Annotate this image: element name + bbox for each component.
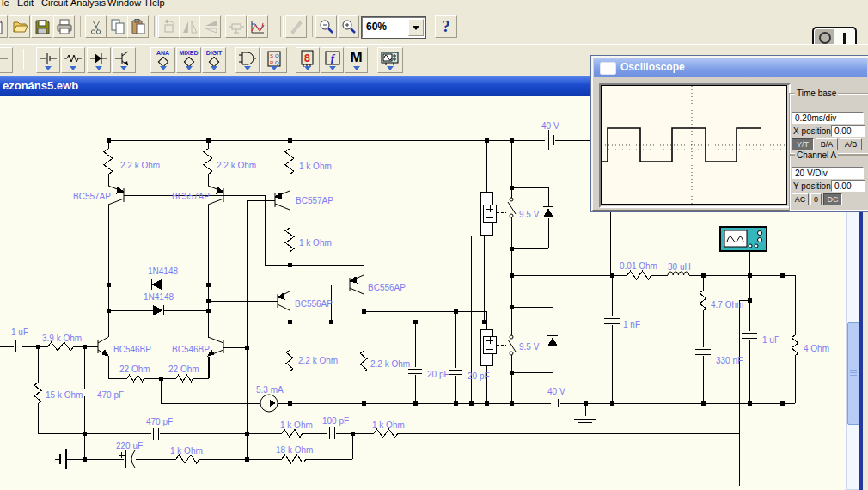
current-source-5-3ma[interactable] xyxy=(260,395,278,412)
ana-label: ANA xyxy=(156,50,169,57)
menu-file[interactable]: le xyxy=(2,0,9,9)
paste-button[interactable] xyxy=(127,15,149,38)
zoom-in-button[interactable] xyxy=(338,15,359,38)
channel-a-scale-field[interactable]: 20 V/Div xyxy=(792,167,864,179)
chevron-down-icon[interactable] xyxy=(408,19,424,36)
analog-ic-bin-button[interactable]: ANA xyxy=(150,47,175,73)
svg-text:8: 8 xyxy=(304,52,311,64)
indicators-bin-button[interactable]: 8 xyxy=(296,47,320,73)
y-position-field[interactable]: 0.00 xyxy=(831,180,865,192)
misc-letter: M xyxy=(350,50,362,65)
basic-bin-button[interactable] xyxy=(61,47,85,73)
x-position-field[interactable]: 0.00 xyxy=(831,125,865,137)
flip-horizontal-button[interactable] xyxy=(179,15,200,38)
copy-icon xyxy=(109,18,126,35)
zoom-level-combobox[interactable]: 60% xyxy=(362,17,425,38)
polarized-cap-plate xyxy=(131,450,135,468)
zoom-out-button[interactable] xyxy=(315,15,337,38)
scrollbar-grip xyxy=(850,370,857,377)
menu-help[interactable]: Help xyxy=(145,0,165,9)
battery-icon xyxy=(39,50,58,67)
component-label: BC556AP xyxy=(295,299,333,309)
chevron-down-icon xyxy=(244,66,251,70)
sources-bin-button[interactable] xyxy=(36,47,60,73)
svg-text:Q: Q xyxy=(275,53,279,58)
diodes-bin-button[interactable] xyxy=(87,47,111,73)
chevron-down-icon xyxy=(304,66,311,70)
time-base-value-field[interactable]: 0.20ms/div xyxy=(792,112,864,124)
help-button[interactable]: ? xyxy=(435,15,457,38)
oscilloscope-titlebar[interactable]: Oscilloscope xyxy=(594,58,867,77)
polarity-plus xyxy=(119,452,125,458)
oscilloscope-window[interactable]: Oscilloscope Time base 0.20ms/div X posi… xyxy=(591,56,868,211)
chevron-down-icon xyxy=(120,66,127,70)
component-label: 9.5 V xyxy=(519,210,540,219)
zoom-in-icon xyxy=(340,18,358,35)
menu-bar: le Edit Circuit Analysis Window Help xyxy=(0,0,868,9)
document-title: ezonáns5.ewb xyxy=(3,79,78,92)
rotate-button[interactable] xyxy=(158,15,180,38)
instruments-bin-button[interactable] xyxy=(377,47,403,73)
digital-ic-bin-button[interactable]: DIGIT xyxy=(202,47,226,73)
component-label: 470 pF xyxy=(146,417,173,426)
component-label: 2.2 k Ohm xyxy=(370,359,410,369)
miscellaneous-bin-button[interactable]: M xyxy=(345,47,368,73)
transistors-bin-button[interactable] xyxy=(112,47,136,73)
seven-segment-icon: 8 xyxy=(298,50,317,67)
component-label: 220 uF xyxy=(116,441,143,450)
print-button[interactable] xyxy=(53,15,75,38)
component-properties-button[interactable] xyxy=(285,15,307,38)
toolbar-separator xyxy=(154,16,157,37)
new-file-button[interactable] xyxy=(0,15,8,38)
chevron-down-icon xyxy=(271,66,278,70)
menu-window[interactable]: Window xyxy=(107,0,141,9)
save-button[interactable] xyxy=(31,15,52,38)
controls-bin-button[interactable]: f xyxy=(321,47,344,73)
yt-mode-button[interactable]: Y/T xyxy=(792,138,814,150)
ba-mode-button[interactable]: B/A xyxy=(816,138,838,150)
transistors[interactable] xyxy=(98,186,364,356)
dc-coupling-button[interactable]: DC xyxy=(823,193,842,205)
component-label: 100 pF xyxy=(322,416,349,426)
flipflops-bin-button[interactable]: S Q R Q xyxy=(260,47,287,73)
component-label: 1 k Ohm xyxy=(372,420,405,430)
diode-1n4148-1 xyxy=(151,279,162,290)
zener-diode-2 xyxy=(547,337,558,346)
create-subcircuit-button[interactable] xyxy=(225,15,247,38)
transistor-bc546bp-1 xyxy=(98,337,108,356)
display-graphs-button[interactable] xyxy=(247,15,268,38)
save-floppy-icon xyxy=(34,18,51,35)
chevron-down-icon xyxy=(211,66,217,70)
menu-analysis[interactable]: Analysis xyxy=(70,0,106,9)
component-label: 1 uF xyxy=(11,328,28,337)
component-label: 470 pF xyxy=(97,390,124,400)
svg-text:S: S xyxy=(270,53,273,58)
arrow-left-icon xyxy=(0,50,10,67)
oscilloscope-window-icon xyxy=(600,62,616,75)
function-block-icon: f xyxy=(323,50,342,67)
power-off-icon xyxy=(819,32,831,44)
open-file-button[interactable] xyxy=(9,15,30,38)
oscilloscope-canvas-icon[interactable] xyxy=(720,227,767,251)
component-label: 20 pF xyxy=(468,371,490,381)
back-button[interactable] xyxy=(0,47,13,73)
transistor-bc556ap-upper xyxy=(350,275,364,294)
ab-mode-button[interactable]: A/B xyxy=(840,138,862,150)
copy-button[interactable] xyxy=(107,15,128,38)
oscilloscope-instrument-icon xyxy=(380,50,400,67)
logic-gates-bin-button[interactable] xyxy=(235,47,260,73)
flip-vertical-button[interactable] xyxy=(199,15,221,38)
scrollbar-thumb[interactable] xyxy=(847,322,859,425)
mixed-ic-bin-button[interactable]: MIXED xyxy=(176,47,201,73)
ac-coupling-button[interactable]: AC xyxy=(792,193,809,205)
zero-coupling-button[interactable]: 0 xyxy=(810,193,822,205)
component-label: 2.2 k Ohm xyxy=(298,356,338,365)
component-label: 1N4148 xyxy=(144,292,174,302)
cut-button[interactable] xyxy=(85,15,107,38)
controlled-switches[interactable] xyxy=(480,192,513,365)
component-label: 1N4148 xyxy=(148,266,178,276)
menu-circuit[interactable]: Circuit xyxy=(41,0,68,9)
menu-edit[interactable]: Edit xyxy=(17,0,34,9)
flip-vertical-icon xyxy=(202,18,219,35)
oscilloscope-title: Oscilloscope xyxy=(620,61,685,73)
